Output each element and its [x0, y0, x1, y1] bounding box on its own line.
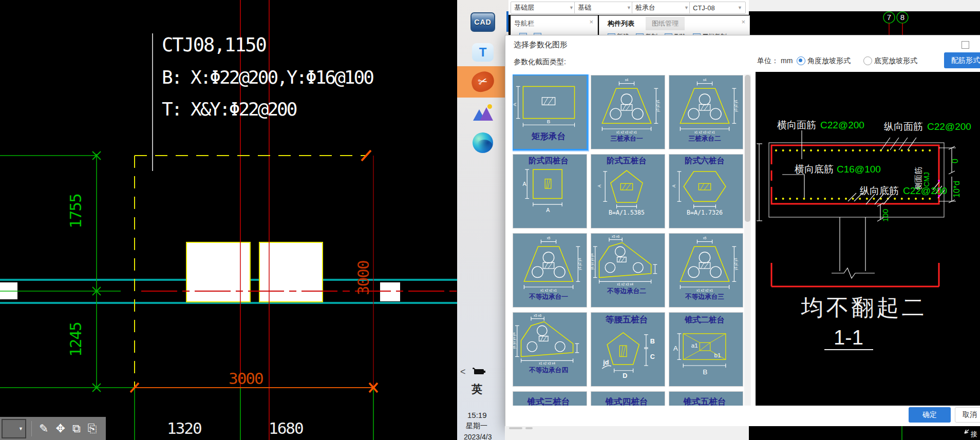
radio-angle-slope[interactable]	[797, 56, 805, 65]
close-icon[interactable]: ×	[589, 18, 593, 26]
parametric-card-iso5[interactable]: 等腰五桩台 jd B C D	[591, 312, 665, 387]
chevron-down-icon: ▼	[738, 5, 742, 10]
component-name-dropdown[interactable]: CTJ-08▼	[689, 2, 746, 14]
svg-text:x1 x2 x2 x1: x1 x2 x2 x1	[696, 289, 713, 292]
svg-text:侧面筋: 侧面筋	[914, 167, 922, 190]
radio-angle-slope-label[interactable]: 角度放坡形式	[807, 56, 851, 66]
parametric-card-cut[interactable]: 锥式四桩台	[591, 391, 665, 406]
radio-bottom-width-slope[interactable]	[863, 56, 872, 65]
scrollbar-thumb[interactable]	[745, 75, 750, 222]
radio-bottom-width-slope-label[interactable]: 底宽放坡形式	[874, 56, 917, 66]
svg-text:不等边承台二: 不等边承台二	[607, 288, 646, 295]
note-line-1: CTJ08,1150	[162, 34, 266, 56]
svg-text:0: 0	[951, 159, 959, 163]
svg-text:C22@200: C22@200	[820, 120, 864, 130]
unit-label: 单位：	[757, 56, 779, 66]
parametric-card-cut[interactable]: 锥式五桩台	[669, 391, 743, 406]
screenshot-tool-icon[interactable]: ✂	[464, 72, 502, 91]
svg-text:不等边承台一: 不等边承台一	[529, 293, 568, 300]
svg-text:x5: x5	[703, 236, 707, 240]
svg-text:y1 y2 y3 y4: y1 y2 y3 y4	[591, 253, 594, 270]
note-line-3: T: X&Y:Φ22@200	[162, 99, 297, 120]
parametric-card-step5[interactable]: 阶式五桩台 A B=A/1.5385	[591, 154, 665, 228]
paste-icon[interactable]: ⎘	[88, 423, 97, 434]
cancel-button[interactable]: 取消	[955, 407, 980, 423]
tab-drawing-management[interactable]: 图纸管理	[646, 17, 685, 30]
ok-button[interactable]: 确定	[909, 407, 951, 423]
svg-text:x1 x2 x3 x2 x1: x1 x2 x3 x2 x1	[616, 130, 637, 134]
t-app-icon[interactable]: T	[464, 43, 502, 62]
svg-text:B=A/1.7326: B=A/1.7326	[687, 209, 723, 216]
grid-bubble-7: 7	[887, 13, 891, 22]
close-icon[interactable]: ×	[741, 18, 745, 26]
svg-text:y3 y2 y1: y3 y2 y1	[734, 100, 738, 112]
parametric-card-rect-selected[interactable]: A B矩形承台	[513, 74, 588, 150]
dim-text-3000-horizontal: 3000	[229, 369, 263, 388]
svg-text:x5 x6: x5 x6	[612, 235, 620, 238]
rebar-form-button[interactable]: 配筋形式	[944, 52, 980, 68]
battery-icon[interactable]	[473, 368, 486, 377]
tray-collapse-arrow[interactable]: <	[460, 367, 466, 377]
edit-icon[interactable]: ✎	[39, 423, 48, 434]
parametric-card-step4[interactable]: 阶式四桩台 A A	[513, 154, 587, 228]
cad-quick-toolbar: ▼ ✎ ✥ ⧉ ⎘	[0, 417, 106, 440]
svg-text:三桩承台二: 三桩承台二	[688, 135, 721, 142]
parametric-card-step6[interactable]: 阶式六桩台 A B=A/1.7326	[669, 154, 743, 228]
copy-icon[interactable]: ⧉	[72, 423, 81, 434]
parametric-card-cut[interactable]: 锥式三桩台	[513, 391, 587, 406]
parametric-card-asym[interactable]: x5 x6 x1 x2 x3 x4 y1 y2 y3 y4 不等边承台二	[591, 233, 665, 308]
svg-text:锥式四桩台: 锥式四桩台	[605, 397, 648, 406]
parametric-card-tri[interactable]: x5 x1 x2 x2 x1 y1 y2 y3不等边承台一	[513, 233, 587, 308]
clock-weekday: 星期一	[466, 422, 487, 431]
svg-text:100: 100	[881, 209, 890, 222]
parametric-card-tri[interactable]: x4 x1 x2 x3 x2 x1 y3 y2 y1三桩承台二	[669, 75, 743, 149]
svg-text:jd: jd	[602, 359, 609, 366]
chevron-down-icon: ▼	[684, 5, 689, 10]
svg-text:1-1: 1-1	[834, 326, 863, 349]
ui-fragment	[509, 427, 522, 429]
parametric-card-cone2[interactable]: 锥式二桩台 Aa1b1 B	[669, 312, 743, 387]
cad-drawing-left[interactable]: CTJ08,1150 B: X:Φ22@200,Y:Φ16@100 T: X&Y…	[0, 0, 457, 440]
dim-text-1755: 1755	[66, 194, 85, 228]
svg-text:阶式六桩台: 阶式六桩台	[685, 156, 725, 165]
cad-toolbar-dropdown[interactable]: ▼	[2, 419, 26, 438]
parametric-card-tri[interactable]: x5 x1 x2 x2 x1 y1 y2 y3不等边承台三	[669, 233, 743, 308]
svg-text:x1 x2 x2 x1: x1 x2 x2 x1	[540, 289, 557, 292]
dim-text-3000-vertical: 3000	[354, 261, 372, 295]
svg-text:三桩承台一: 三桩承台一	[610, 135, 643, 142]
svg-text:10*d: 10*d	[952, 181, 961, 198]
svg-text:b1: b1	[714, 352, 721, 358]
cad-app-icon[interactable]: CAD	[464, 12, 502, 32]
svg-text:D: D	[623, 372, 627, 379]
category-dropdown[interactable]: 基础▼	[574, 2, 635, 14]
tab-component-list[interactable]: 构件列表	[601, 17, 640, 30]
svg-text:C22@200: C22@200	[927, 121, 971, 132]
svg-text:A: A	[546, 207, 550, 213]
title-bar-strip	[749, 0, 980, 11]
svg-text:x5: x5	[547, 236, 551, 240]
svg-text:矩形承台: 矩形承台	[531, 131, 566, 141]
move-icon[interactable]: ✥	[55, 423, 65, 434]
svg-text:B=A/1.5385: B=A/1.5385	[609, 209, 645, 216]
svg-text:锥式三桩台: 锥式三桩台	[527, 397, 570, 406]
floor-dropdown[interactable]: 基础层▼	[511, 2, 577, 14]
parametric-card-grid: A B矩形承台 x4 x1 x2 x3 x2 x1 y3 y2 y1三桩承台一 …	[513, 74, 743, 406]
svg-text:纵向面筋: 纵向面筋	[884, 121, 923, 132]
edge-browser-icon[interactable]	[464, 132, 502, 153]
unit-value: mm	[781, 56, 793, 65]
dialog-window-icon[interactable]	[962, 41, 969, 49]
cursor-arrow-icon	[965, 430, 969, 433]
component-type-dropdown[interactable]: 桩承台▼	[632, 2, 692, 14]
parametric-card-asym[interactable]: x5 x6 x1 x2 x3 x4 y1 y2 y3 y4 不等边承台四	[513, 312, 587, 387]
svg-text:不等边承台三: 不等边承台三	[685, 293, 724, 300]
clock-time[interactable]: 15:19	[467, 411, 487, 419]
parametric-card-tri[interactable]: x4 x1 x2 x3 x2 x1 y3 y2 y1三桩承台一	[591, 75, 665, 149]
svg-text:A: A	[671, 184, 676, 187]
svg-text:B: B	[650, 338, 655, 345]
background-app-strip	[505, 426, 750, 440]
svg-text:CMJ: CMJ	[922, 172, 931, 187]
mountain-app-icon[interactable]	[464, 104, 502, 123]
nav-panel-title: 导航栏	[514, 19, 534, 28]
input-language-indicator[interactable]: 英	[472, 382, 482, 396]
svg-text:阶式四桩台: 阶式四桩台	[529, 156, 569, 165]
